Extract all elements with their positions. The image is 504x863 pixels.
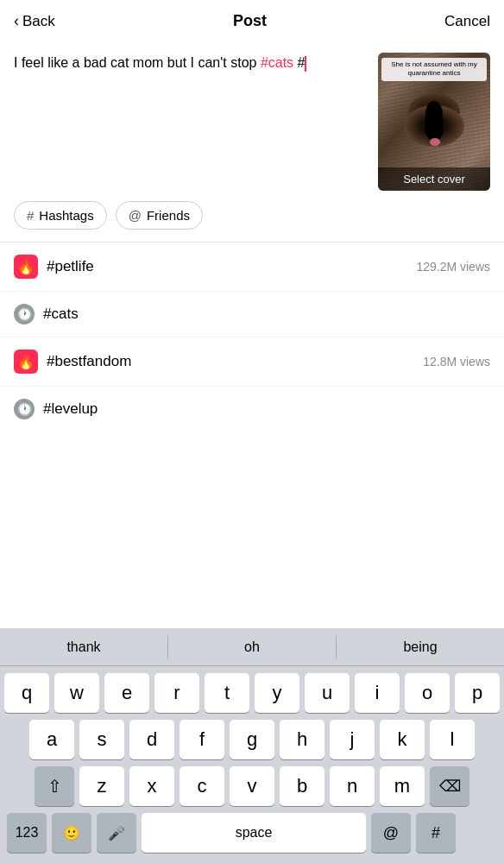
emoji-icon: 🙂 bbox=[63, 825, 80, 841]
hashtag-tag-cats: #cats bbox=[43, 306, 79, 323]
hash-label: # bbox=[432, 824, 440, 842]
hashtags-label: Hashtags bbox=[39, 208, 93, 223]
key-j[interactable]: j bbox=[330, 720, 375, 759]
shift-key[interactable] bbox=[35, 766, 74, 806]
key-k[interactable]: k bbox=[380, 720, 425, 759]
keyboard-suggestions: thank oh being bbox=[0, 628, 504, 666]
emoji-key[interactable]: 🙂 bbox=[52, 813, 91, 853]
back-chevron-icon: ‹ bbox=[14, 12, 19, 30]
keyboard: thank oh being q w e r t y u i o p a s d bbox=[0, 628, 504, 863]
key-r[interactable]: r bbox=[154, 673, 199, 713]
caption-area[interactable]: I feel like a bad cat mom but I can't st… bbox=[14, 53, 368, 122]
mic-key[interactable]: 🎤 bbox=[97, 813, 136, 853]
suggestion-oh[interactable]: oh bbox=[168, 633, 336, 662]
key-w[interactable]: w bbox=[54, 673, 99, 713]
key-y[interactable]: y bbox=[255, 673, 299, 713]
hashtag-left-levelup: 🕐 #levelup bbox=[14, 399, 98, 419]
suggestion-being-text: being bbox=[403, 639, 437, 654]
hashtag-item-petlife[interactable]: 🔥 #petlife 129.2M views bbox=[0, 243, 504, 291]
key-a[interactable]: a bbox=[29, 720, 74, 759]
key-m[interactable]: m bbox=[380, 766, 425, 806]
suggestion-thank[interactable]: thank bbox=[0, 633, 167, 662]
back-button[interactable]: ‹ Back bbox=[14, 12, 55, 30]
key-n[interactable]: n bbox=[330, 766, 375, 806]
key-l[interactable]: l bbox=[430, 720, 475, 759]
suggestion-being[interactable]: being bbox=[337, 633, 504, 662]
key-row-1: q w e r t y u i o p bbox=[3, 673, 501, 713]
key-h[interactable]: h bbox=[280, 720, 324, 759]
key-v[interactable]: v bbox=[230, 766, 274, 806]
hashtag-left-petlife: 🔥 #petlife bbox=[14, 255, 94, 279]
backspace-key[interactable] bbox=[430, 766, 469, 806]
key-row-3: z x c v b n m bbox=[3, 766, 501, 806]
key-u[interactable]: u bbox=[305, 673, 350, 713]
suggestion-oh-text: oh bbox=[244, 639, 260, 654]
keyboard-bottom-row: 123 🙂 🎤 space @ # bbox=[3, 813, 501, 860]
clock-badge-levelup: 🕐 bbox=[14, 399, 35, 419]
mic-icon: 🎤 bbox=[108, 825, 125, 841]
cover-overlay-text: She is not assumed with my quarantine an… bbox=[391, 60, 477, 77]
friends-label: Friends bbox=[147, 208, 190, 223]
hash-key[interactable]: # bbox=[416, 813, 456, 853]
hashtag-tag-bestfandom: #bestfandom bbox=[47, 353, 131, 370]
post-area: I feel like a bad cat mom but I can't st… bbox=[0, 42, 504, 201]
hashtag-item-cats[interactable]: 🕐 #cats bbox=[0, 291, 504, 337]
fire-badge-petlife: 🔥 bbox=[14, 255, 38, 279]
key-i[interactable]: i bbox=[355, 673, 400, 713]
cover-text-overlay: She is not assumed with my quarantine an… bbox=[381, 58, 487, 81]
cancel-button[interactable]: Cancel bbox=[444, 13, 490, 30]
key-o[interactable]: o bbox=[405, 673, 450, 713]
key-g[interactable]: g bbox=[230, 720, 274, 759]
num-key[interactable]: 123 bbox=[7, 813, 47, 853]
key-x[interactable]: x bbox=[129, 766, 174, 806]
key-s[interactable]: s bbox=[79, 720, 124, 759]
key-c[interactable]: c bbox=[180, 766, 224, 806]
friends-button[interactable]: @ Friends bbox=[116, 201, 203, 230]
caption-text: I feel like a bad cat mom but I can't st… bbox=[14, 53, 368, 73]
key-d[interactable]: d bbox=[129, 720, 174, 759]
key-e[interactable]: e bbox=[104, 673, 149, 713]
action-buttons: # Hashtags @ Friends bbox=[0, 201, 504, 242]
caption-text-after: # bbox=[293, 55, 305, 70]
cover-thumbnail[interactable]: She is not assumed with my quarantine an… bbox=[378, 53, 490, 191]
key-t[interactable]: t bbox=[205, 673, 249, 713]
clock-badge-cats: 🕐 bbox=[14, 304, 35, 324]
header: ‹ Back Post Cancel bbox=[0, 0, 504, 42]
key-z[interactable]: z bbox=[79, 766, 124, 806]
select-cover-label[interactable]: Select cover bbox=[378, 167, 490, 191]
at-key[interactable]: @ bbox=[371, 813, 411, 853]
key-b[interactable]: b bbox=[280, 766, 324, 806]
hashtag-icon: # bbox=[27, 208, 34, 223]
hashtag-list: 🔥 #petlife 129.2M views 🕐 #cats 🔥 #bestf… bbox=[0, 243, 504, 432]
hashtags-button[interactable]: # Hashtags bbox=[14, 201, 107, 230]
fire-badge-bestfandom: 🔥 bbox=[14, 350, 38, 374]
hashtag-tag-levelup: #levelup bbox=[43, 400, 98, 418]
hashtag-views-petlife: 129.2M views bbox=[416, 260, 490, 274]
hashtag-views-bestfandom: 12.8M views bbox=[423, 355, 490, 369]
key-f[interactable]: f bbox=[180, 720, 224, 759]
keyboard-rows: q w e r t y u i o p a s d f g h j k l bbox=[0, 666, 504, 863]
suggestion-thank-text: thank bbox=[66, 639, 100, 654]
caption-hashtag: #cats bbox=[261, 55, 293, 70]
hashtag-item-bestfandom[interactable]: 🔥 #bestfandom 12.8M views bbox=[0, 337, 504, 386]
text-cursor bbox=[305, 56, 306, 72]
key-row-2: a s d f g h j k l bbox=[3, 720, 501, 759]
key-p[interactable]: p bbox=[455, 673, 500, 713]
num-label: 123 bbox=[16, 825, 39, 841]
backspace-icon bbox=[439, 777, 461, 796]
back-label: Back bbox=[22, 13, 55, 30]
space-key[interactable]: space bbox=[142, 813, 366, 853]
hashtag-left-bestfandom: 🔥 #bestfandom bbox=[14, 350, 131, 374]
hashtag-tag-petlife: #petlife bbox=[47, 258, 94, 275]
hashtag-item-levelup[interactable]: 🕐 #levelup bbox=[0, 386, 504, 432]
hashtag-left-cats: 🕐 #cats bbox=[14, 304, 79, 324]
shift-icon bbox=[47, 776, 62, 797]
caption-text-before: I feel like a bad cat mom but I can't st… bbox=[14, 55, 261, 70]
key-q[interactable]: q bbox=[4, 673, 49, 713]
at-label: @ bbox=[383, 824, 399, 842]
at-icon: @ bbox=[129, 208, 142, 223]
space-label: space bbox=[236, 825, 273, 841]
page-title: Post bbox=[233, 12, 267, 30]
